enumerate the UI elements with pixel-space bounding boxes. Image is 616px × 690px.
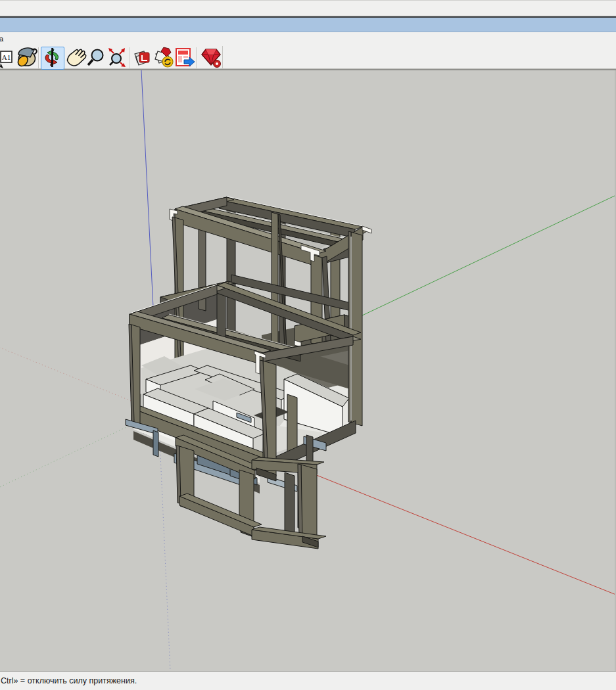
svg-text:A1: A1	[2, 53, 11, 61]
